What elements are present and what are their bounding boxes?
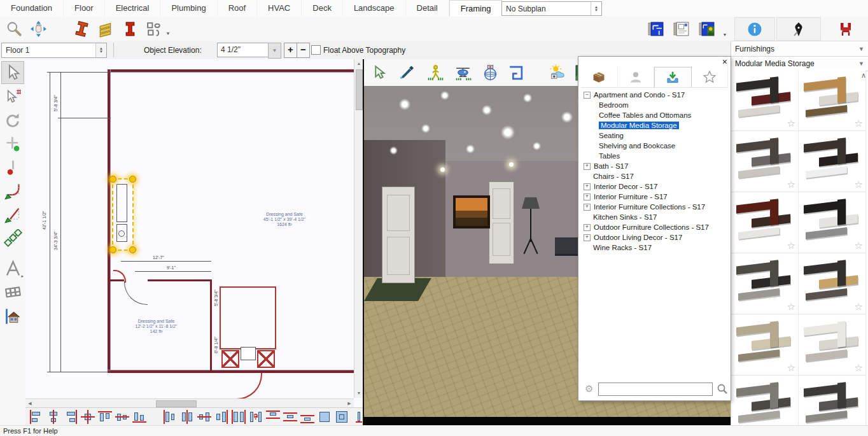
align-icon-concentric-inner[interactable] — [335, 410, 349, 424]
category-header[interactable]: Furnishings ▼ — [731, 42, 868, 57]
favorite-star-icon[interactable]: ☆ — [787, 118, 795, 129]
subplan-select[interactable]: No Subplan ▲ ▼ — [501, 1, 602, 16]
tab-deck[interactable]: Deck — [302, 0, 343, 17]
tree-expander-icon[interactable]: + — [584, 183, 591, 190]
selection-handle[interactable] — [129, 246, 136, 253]
tree-item[interactable]: +Interior Furniture Collections - S17 — [581, 202, 728, 212]
tree-expander-icon[interactable]: + — [584, 224, 591, 231]
tree-item[interactable]: +Interior Decor - S17 — [581, 181, 728, 192]
elevation-decrease-button[interactable]: − — [297, 43, 310, 58]
object-elevation-input[interactable]: 4 1/2" — [217, 43, 272, 57]
tree-item-label[interactable]: Interior Decor - S17 — [594, 183, 657, 190]
library-tab-person-icon[interactable] — [618, 67, 655, 87]
align-icon-align-middle-columns[interactable] — [197, 410, 211, 424]
scroll-left-arrow[interactable]: ◀ — [25, 399, 34, 407]
selection-handle[interactable] — [129, 176, 136, 183]
thumbnail-media-storage[interactable]: ☆ — [731, 192, 799, 253]
library-search-input[interactable] — [598, 383, 713, 396]
tree-item-label[interactable]: Interior Furniture - S17 — [594, 193, 668, 200]
tree-item[interactable]: Kitchen Sinks - S17 — [581, 212, 728, 222]
align-icon-align-right[interactable] — [64, 410, 78, 424]
tree-item-label[interactable]: Apartment and Condo - S17 — [594, 91, 685, 99]
selection-handle[interactable] — [109, 176, 116, 183]
sprinkler-icon[interactable] — [2, 227, 24, 249]
align-icon-concentric[interactable] — [318, 410, 332, 424]
object-elevation-dropdown[interactable]: ▼ — [268, 43, 281, 59]
thumbnail-media-storage[interactable]: ☆ — [799, 131, 866, 192]
tree-expander-icon[interactable]: + — [584, 204, 591, 211]
scroll-right-arrow[interactable]: ▶ — [345, 399, 354, 407]
elevation-camera-icon[interactable] — [2, 305, 24, 327]
subplan-spinner[interactable]: ▲ ▼ — [591, 2, 601, 15]
flyover-icon[interactable] — [453, 62, 473, 83]
floor-spinner[interactable]: ▲ ▼ — [95, 43, 106, 57]
tree-item-label[interactable]: Seating — [599, 132, 624, 139]
align-icon-align-left[interactable] — [29, 410, 43, 424]
thumbnail-media-storage[interactable]: ☆ — [799, 314, 866, 376]
floor-selector[interactable]: Floor 1 ▲ ▼ — [1, 43, 107, 58]
elevation-increase-button[interactable]: + — [284, 43, 297, 58]
tree-item[interactable]: Shelving and Bookcase — [581, 141, 728, 151]
plan-view-icon[interactable] — [645, 18, 666, 39]
tree-item[interactable]: −Apartment and Condo - S17 — [581, 90, 728, 100]
rotate-icon[interactable] — [2, 109, 24, 131]
info-button[interactable] — [734, 17, 775, 41]
float-above-topography-checkbox[interactable] — [311, 45, 321, 55]
thumbnail-media-storage[interactable]: ☆ — [799, 253, 866, 314]
joists-icon[interactable] — [95, 18, 116, 39]
tree-expander-icon[interactable]: + — [584, 163, 591, 170]
tree-item-label[interactable]: Wine Racks - S17 — [593, 244, 652, 251]
eyedropper-icon[interactable] — [397, 62, 417, 83]
tree-item-label[interactable]: Bedroom — [599, 101, 629, 109]
subcategory-header[interactable]: Modular Media Storage ▼ — [731, 57, 868, 71]
furniture-button[interactable] — [826, 17, 865, 39]
view-flyout-caret[interactable]: ▾ — [724, 32, 726, 38]
fillet-icon[interactable] — [2, 180, 24, 202]
align-icon-center-both[interactable] — [81, 410, 95, 424]
tree-expander-icon[interactable]: + — [584, 234, 591, 241]
line-marker-icon[interactable] — [2, 157, 24, 178]
scroll-thumb[interactable] — [156, 400, 197, 407]
tree-item-label[interactable]: Kitchen Sinks - S17 — [593, 213, 657, 221]
scene-light-icon[interactable] — [547, 62, 568, 83]
tree-item[interactable]: +Outdoor Living Decor - S17 — [581, 232, 728, 243]
selection-handle[interactable] — [109, 246, 116, 253]
plan-view[interactable]: 42'-1 1/2" 5'-8 3/4" 34'-3 3/4" 12'-7" 9… — [25, 59, 363, 407]
tab-framing[interactable]: Framing — [449, 0, 503, 17]
scroll-down-arrow[interactable]: ▼ — [354, 389, 363, 398]
align-icon-align-left-pair[interactable] — [163, 410, 177, 424]
favorite-star-icon[interactable]: ☆ — [787, 362, 795, 374]
tree-expander-icon[interactable]: + — [584, 193, 591, 200]
tree-item-label[interactable]: Outdoor Furniture Collections - S17 — [594, 223, 709, 231]
align-icon-make-same-size[interactable] — [232, 410, 246, 424]
tree-item[interactable]: Chairs - S17 — [581, 171, 728, 181]
align-icon-distribute-bottom[interactable] — [300, 410, 314, 424]
pen-button[interactable] — [776, 17, 821, 41]
gear-icon[interactable]: ⚙ — [585, 383, 593, 395]
tree-item-label[interactable]: Bath - S17 — [594, 162, 628, 170]
tree-item[interactable]: Seating — [581, 130, 728, 141]
align-icon-space-evenly[interactable]: ? — [249, 410, 263, 424]
tree-item[interactable]: +Outdoor Furniture Collections - S17 — [581, 222, 728, 232]
thumbnail-media-storage[interactable]: ☆ — [731, 253, 799, 314]
select3d-icon[interactable] — [369, 62, 389, 83]
tab-electrical[interactable]: Electrical — [105, 0, 161, 17]
tree-item-label[interactable]: Interior Furniture Collections - S17 — [594, 203, 705, 211]
tree-item-label[interactable]: Modular Media Storage — [599, 122, 679, 129]
selected-media-storage[interactable] — [112, 178, 134, 251]
search-icon[interactable] — [717, 383, 728, 395]
post-icon[interactable] — [120, 18, 140, 39]
thumbnail-media-storage[interactable]: ☆ — [731, 131, 799, 192]
tree-item[interactable]: Tables — [581, 151, 728, 161]
tree-item-label[interactable]: Shelving and Bookcase — [599, 142, 675, 150]
tree-item-label[interactable]: Tables — [599, 152, 620, 160]
align-icon-distribute-middle[interactable] — [283, 410, 297, 424]
favorite-star-icon[interactable]: ☆ — [787, 240, 795, 251]
chevron-up-icon[interactable]: ∧ — [861, 71, 866, 80]
tab-floor[interactable]: Floor — [64, 0, 105, 17]
align-icon-center-vertical-pair[interactable] — [180, 410, 194, 424]
chamfer-icon[interactable] — [2, 204, 24, 225]
select-icon[interactable] — [1, 61, 24, 84]
tree-item-label[interactable]: Chairs - S17 — [593, 172, 634, 180]
text-icon[interactable]: ▸ — [2, 258, 24, 279]
